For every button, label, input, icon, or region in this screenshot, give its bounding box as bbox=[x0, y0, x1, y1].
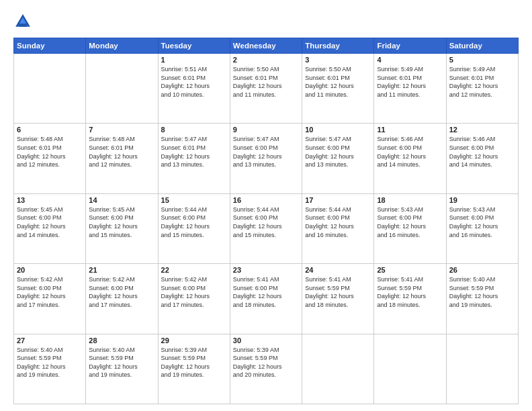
calendar-cell: 6Sunrise: 5:48 AM Sunset: 6:01 PM Daylig… bbox=[14, 124, 86, 193]
weekday-header: Wednesday bbox=[230, 38, 302, 54]
weekday-header: Friday bbox=[374, 38, 446, 54]
calendar-cell: 10Sunrise: 5:47 AM Sunset: 6:00 PM Dayli… bbox=[302, 124, 374, 193]
calendar-cell: 20Sunrise: 5:42 AM Sunset: 6:00 PM Dayli… bbox=[14, 264, 86, 334]
day-number: 12 bbox=[449, 126, 515, 134]
day-number: 29 bbox=[161, 336, 227, 345]
day-info: Sunrise: 5:39 AM Sunset: 5:59 PM Dayligh… bbox=[161, 346, 227, 379]
day-number: 14 bbox=[89, 196, 154, 204]
calendar-cell: 18Sunrise: 5:43 AM Sunset: 6:00 PM Dayli… bbox=[374, 193, 446, 263]
day-number: 10 bbox=[305, 126, 371, 134]
day-number: 16 bbox=[233, 196, 299, 204]
day-info: Sunrise: 5:44 AM Sunset: 6:00 PM Dayligh… bbox=[161, 205, 227, 239]
day-number: 2 bbox=[233, 56, 299, 64]
day-number: 24 bbox=[305, 266, 371, 274]
day-number: 23 bbox=[233, 266, 299, 274]
calendar-cell: 3Sunrise: 5:50 AM Sunset: 6:01 PM Daylig… bbox=[302, 54, 374, 124]
calendar-cell: 25Sunrise: 5:41 AM Sunset: 5:59 PM Dayli… bbox=[374, 264, 446, 334]
day-number: 25 bbox=[377, 266, 443, 274]
day-number: 17 bbox=[305, 196, 371, 204]
day-info: Sunrise: 5:48 AM Sunset: 6:01 PM Dayligh… bbox=[17, 135, 83, 169]
day-number: 20 bbox=[17, 266, 83, 274]
calendar-cell: 26Sunrise: 5:40 AM Sunset: 5:59 PM Dayli… bbox=[446, 264, 518, 334]
weekday-row: SundayMondayTuesdayWednesdayThursdayFrid… bbox=[14, 38, 519, 54]
calendar-cell: 17Sunrise: 5:44 AM Sunset: 6:00 PM Dayli… bbox=[302, 193, 374, 263]
calendar-header: SundayMondayTuesdayWednesdayThursdayFrid… bbox=[14, 38, 519, 54]
calendar-cell: 28Sunrise: 5:40 AM Sunset: 5:59 PM Dayli… bbox=[86, 334, 158, 404]
weekday-header: Sunday bbox=[14, 38, 86, 54]
day-info: Sunrise: 5:50 AM Sunset: 6:01 PM Dayligh… bbox=[305, 65, 371, 99]
calendar-cell bbox=[14, 54, 86, 124]
calendar-cell: 19Sunrise: 5:43 AM Sunset: 6:00 PM Dayli… bbox=[446, 193, 518, 263]
day-info: Sunrise: 5:42 AM Sunset: 6:00 PM Dayligh… bbox=[89, 275, 154, 309]
calendar-cell: 7Sunrise: 5:48 AM Sunset: 6:01 PM Daylig… bbox=[86, 124, 158, 193]
day-number: 11 bbox=[377, 126, 443, 134]
calendar-week-row: 6Sunrise: 5:48 AM Sunset: 6:01 PM Daylig… bbox=[14, 124, 519, 193]
calendar-week-row: 13Sunrise: 5:45 AM Sunset: 6:00 PM Dayli… bbox=[14, 193, 519, 263]
day-info: Sunrise: 5:41 AM Sunset: 5:59 PM Dayligh… bbox=[377, 275, 443, 309]
calendar-week-row: 27Sunrise: 5:40 AM Sunset: 5:59 PM Dayli… bbox=[14, 334, 519, 404]
day-info: Sunrise: 5:47 AM Sunset: 6:00 PM Dayligh… bbox=[233, 135, 299, 169]
day-info: Sunrise: 5:42 AM Sunset: 6:00 PM Dayligh… bbox=[161, 275, 227, 309]
day-info: Sunrise: 5:44 AM Sunset: 6:00 PM Dayligh… bbox=[233, 205, 299, 239]
calendar-cell: 4Sunrise: 5:49 AM Sunset: 6:01 PM Daylig… bbox=[374, 54, 446, 124]
calendar-cell bbox=[374, 334, 446, 404]
day-number: 1 bbox=[161, 56, 227, 64]
day-info: Sunrise: 5:47 AM Sunset: 6:00 PM Dayligh… bbox=[305, 135, 371, 169]
day-number: 8 bbox=[161, 126, 227, 134]
day-number: 18 bbox=[377, 196, 443, 204]
day-info: Sunrise: 5:40 AM Sunset: 5:59 PM Dayligh… bbox=[89, 346, 154, 379]
day-number: 26 bbox=[449, 266, 515, 274]
day-number: 9 bbox=[233, 126, 299, 134]
svg-rect-2 bbox=[19, 24, 27, 27]
day-info: Sunrise: 5:45 AM Sunset: 6:00 PM Dayligh… bbox=[17, 205, 83, 239]
calendar-cell: 15Sunrise: 5:44 AM Sunset: 6:00 PM Dayli… bbox=[158, 193, 230, 263]
weekday-header: Saturday bbox=[446, 38, 518, 54]
calendar-cell: 22Sunrise: 5:42 AM Sunset: 6:00 PM Dayli… bbox=[158, 264, 230, 334]
logo bbox=[13, 12, 35, 31]
calendar-cell: 13Sunrise: 5:45 AM Sunset: 6:00 PM Dayli… bbox=[14, 193, 86, 263]
day-info: Sunrise: 5:48 AM Sunset: 6:01 PM Dayligh… bbox=[89, 135, 154, 169]
weekday-header: Monday bbox=[86, 38, 158, 54]
calendar-cell: 14Sunrise: 5:45 AM Sunset: 6:00 PM Dayli… bbox=[86, 193, 158, 263]
day-info: Sunrise: 5:42 AM Sunset: 6:00 PM Dayligh… bbox=[17, 275, 83, 309]
day-info: Sunrise: 5:40 AM Sunset: 5:59 PM Dayligh… bbox=[17, 346, 83, 379]
calendar-cell: 27Sunrise: 5:40 AM Sunset: 5:59 PM Dayli… bbox=[14, 334, 86, 404]
day-info: Sunrise: 5:50 AM Sunset: 6:01 PM Dayligh… bbox=[233, 65, 299, 99]
day-number: 22 bbox=[161, 266, 227, 274]
day-info: Sunrise: 5:51 AM Sunset: 6:01 PM Dayligh… bbox=[161, 65, 227, 99]
calendar: SundayMondayTuesdayWednesdayThursdayFrid… bbox=[13, 38, 519, 404]
day-info: Sunrise: 5:49 AM Sunset: 6:01 PM Dayligh… bbox=[449, 65, 515, 99]
day-number: 3 bbox=[305, 56, 371, 64]
weekday-header: Tuesday bbox=[158, 38, 230, 54]
calendar-cell: 16Sunrise: 5:44 AM Sunset: 6:00 PM Dayli… bbox=[230, 193, 302, 263]
day-number: 7 bbox=[89, 126, 154, 134]
calendar-week-row: 20Sunrise: 5:42 AM Sunset: 6:00 PM Dayli… bbox=[14, 264, 519, 334]
calendar-cell: 11Sunrise: 5:46 AM Sunset: 6:00 PM Dayli… bbox=[374, 124, 446, 193]
day-info: Sunrise: 5:41 AM Sunset: 5:59 PM Dayligh… bbox=[305, 275, 371, 309]
page: SundayMondayTuesdayWednesdayThursdayFrid… bbox=[0, 0, 532, 411]
day-info: Sunrise: 5:43 AM Sunset: 6:00 PM Dayligh… bbox=[377, 205, 443, 239]
day-info: Sunrise: 5:47 AM Sunset: 6:01 PM Dayligh… bbox=[161, 135, 227, 169]
day-info: Sunrise: 5:45 AM Sunset: 6:00 PM Dayligh… bbox=[89, 205, 154, 239]
calendar-week-row: 1Sunrise: 5:51 AM Sunset: 6:01 PM Daylig… bbox=[14, 54, 519, 124]
calendar-cell: 30Sunrise: 5:39 AM Sunset: 5:59 PM Dayli… bbox=[230, 334, 302, 404]
day-info: Sunrise: 5:40 AM Sunset: 5:59 PM Dayligh… bbox=[449, 275, 515, 309]
day-info: Sunrise: 5:41 AM Sunset: 6:00 PM Dayligh… bbox=[233, 275, 299, 309]
calendar-cell: 21Sunrise: 5:42 AM Sunset: 6:00 PM Dayli… bbox=[86, 264, 158, 334]
calendar-cell: 12Sunrise: 5:46 AM Sunset: 6:00 PM Dayli… bbox=[446, 124, 518, 193]
day-number: 21 bbox=[89, 266, 154, 274]
day-info: Sunrise: 5:46 AM Sunset: 6:00 PM Dayligh… bbox=[449, 135, 515, 169]
calendar-cell: 24Sunrise: 5:41 AM Sunset: 5:59 PM Dayli… bbox=[302, 264, 374, 334]
day-number: 6 bbox=[17, 126, 83, 134]
calendar-cell bbox=[446, 334, 518, 404]
calendar-cell: 8Sunrise: 5:47 AM Sunset: 6:01 PM Daylig… bbox=[158, 124, 230, 193]
day-number: 13 bbox=[17, 196, 83, 204]
header bbox=[13, 12, 519, 31]
day-info: Sunrise: 5:46 AM Sunset: 6:00 PM Dayligh… bbox=[377, 135, 443, 169]
calendar-cell: 23Sunrise: 5:41 AM Sunset: 6:00 PM Dayli… bbox=[230, 264, 302, 334]
calendar-cell: 29Sunrise: 5:39 AM Sunset: 5:59 PM Dayli… bbox=[158, 334, 230, 404]
day-number: 19 bbox=[449, 196, 515, 204]
day-number: 4 bbox=[377, 56, 443, 64]
calendar-cell bbox=[302, 334, 374, 404]
day-number: 27 bbox=[17, 336, 83, 345]
